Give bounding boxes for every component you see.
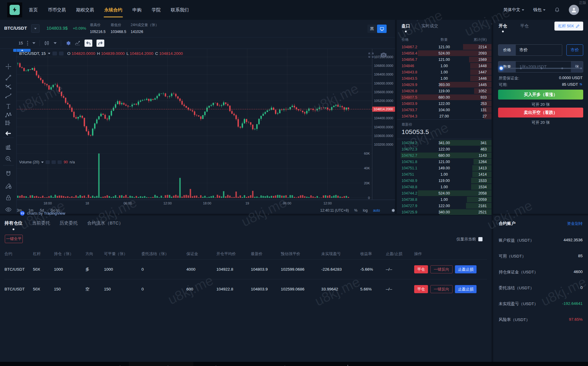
positions-tab-3[interactable]: 合约流水（BTC） xyxy=(87,220,123,226)
hide-panel-arrow-icon[interactable] xyxy=(5,130,12,137)
tab-trades[interactable]: 实时成交 xyxy=(421,23,438,29)
eye-icon[interactable] xyxy=(5,206,12,213)
chart-type-dropdown-icon[interactable] xyxy=(54,42,57,44)
tp-sl-button[interactable]: 止盈止损 xyxy=(455,265,477,273)
undo-button[interactable] xyxy=(85,40,92,47)
brush-icon[interactable] xyxy=(5,93,12,99)
clock-label[interactable]: 12:40:11 (UTC+8) xyxy=(320,208,349,213)
bid-row-10[interactable]: 104727.9122.002181 xyxy=(397,203,491,209)
interval-dropdown-icon[interactable] xyxy=(32,42,35,44)
fullscreen-icon[interactable] xyxy=(368,52,374,58)
trendline-icon[interactable] xyxy=(5,74,12,81)
brand-logo[interactable] xyxy=(7,2,22,17)
tab-orderbook[interactable]: 盘口 xyxy=(402,23,410,29)
theme-dark-button[interactable]: 黑 xyxy=(367,25,376,33)
bars-pattern-icon[interactable] xyxy=(5,144,12,150)
kebab-menu-icon[interactable] xyxy=(27,41,28,46)
log-scale-button[interactable]: log xyxy=(363,208,368,213)
percent-scale-button[interactable]: % xyxy=(354,208,358,213)
close-position-button[interactable]: 平仓 xyxy=(414,265,428,273)
reverse-position-button[interactable]: 一键反向 xyxy=(430,285,453,293)
tab-close-position[interactable]: 平仓 xyxy=(520,23,529,29)
sell-short-button[interactable]: 卖出开空（看跌） xyxy=(498,108,583,118)
auto-scale-button[interactable]: auto xyxy=(373,208,380,213)
price-input[interactable] xyxy=(516,48,562,52)
bid-row-2[interactable]: 104762.7680.001143 xyxy=(397,152,491,159)
tp-sl-button[interactable]: 止盈止损 xyxy=(455,285,477,293)
bid-row-5[interactable]: 1047511.001414 xyxy=(397,171,491,177)
forecast-icon[interactable] xyxy=(5,120,12,126)
crosshair-icon[interactable] xyxy=(5,63,12,70)
ask-row-9[interactable]: 104803.9122.00253 xyxy=(397,100,491,107)
redo-button[interactable] xyxy=(97,40,104,47)
nav-item-3[interactable]: 永续合约 xyxy=(104,0,122,20)
ask-row-0[interactable]: 104867.2121.002214 xyxy=(397,44,491,50)
volume-eye-icon[interactable] xyxy=(46,160,50,164)
transfer-arrows-icon[interactable] xyxy=(579,82,583,86)
ask-row-11[interactable]: 104784.327.0027 xyxy=(397,113,491,119)
tradingview-attribution[interactable]: charts by TradingView xyxy=(20,211,65,216)
bid-row-9[interactable]: 104738.81.002059 xyxy=(397,196,491,203)
user-avatar[interactable] xyxy=(569,5,579,15)
slider-thumb[interactable] xyxy=(499,66,504,71)
positions-tab-1[interactable]: 当前委托 xyxy=(32,220,50,226)
draw-lock-icon[interactable] xyxy=(5,183,12,189)
ask-row-4[interactable]: 104843.81.001447 xyxy=(397,69,491,75)
quantity-slider[interactable] xyxy=(499,66,582,70)
legend-eye-icon[interactable] xyxy=(52,52,57,55)
nav-item-1[interactable]: 币币交易 xyxy=(48,0,66,20)
reverse-position-button[interactable]: 一键反向 xyxy=(430,265,453,273)
bid-row-4[interactable]: 104751.1149.001413 xyxy=(397,165,491,171)
positions-tab-0[interactable]: 持有仓位 xyxy=(4,220,22,226)
nav-item-2[interactable]: 期权交易 xyxy=(76,0,94,20)
legend-settings-icon[interactable] xyxy=(59,52,64,55)
chevron-down-icon[interactable] xyxy=(48,53,50,54)
volume-legend-label[interactable]: Volume (20) xyxy=(19,160,39,164)
language-selector[interactable]: 简体中文 xyxy=(503,7,524,13)
bid-row-3[interactable]: 104761.8121.001264 xyxy=(397,159,491,165)
pitchfork-icon[interactable] xyxy=(5,84,12,90)
ask-row-6[interactable]: 104829.9393.001445 xyxy=(397,82,491,88)
close-position-button[interactable]: 平仓 xyxy=(414,285,428,293)
ask-row-5[interactable]: 104843.51.001446 xyxy=(397,75,491,82)
volume-settings-icon[interactable] xyxy=(52,160,56,164)
bid-row-8[interactable]: 104744.2524.002058 xyxy=(397,190,491,196)
buy-long-button[interactable]: 买入开多（看涨） xyxy=(498,90,583,100)
nav-item-0[interactable]: 首页 xyxy=(29,0,38,20)
chart-type-candles-icon[interactable] xyxy=(44,40,49,46)
ask-row-10[interactable]: 104793.7104.00131 xyxy=(397,107,491,113)
leverage-button[interactable]: 杠杆 50X xyxy=(554,22,583,31)
time-axis[interactable]: 18:001806:0012:0018:001906:0012:00 xyxy=(17,200,395,207)
notification-bell-icon[interactable] xyxy=(554,7,560,13)
volume-close-icon[interactable] xyxy=(58,160,62,164)
bid-row-7[interactable]: 104748.81.001534 xyxy=(397,184,491,190)
pair-selector[interactable] xyxy=(31,24,40,33)
indicators-gear-icon[interactable] xyxy=(65,40,71,46)
axis-settings-gear-icon[interactable] xyxy=(391,208,395,213)
wallet-menu[interactable]: 钱包 xyxy=(533,7,545,13)
nav-item-4[interactable]: 申购 xyxy=(132,0,141,20)
xabcd-pattern-icon[interactable] xyxy=(5,112,12,118)
theme-monitor-button[interactable] xyxy=(377,25,387,33)
text-icon[interactable] xyxy=(5,103,12,109)
ask-row-7[interactable]: 104826.8119.001052 xyxy=(397,88,491,94)
positions-tab-2[interactable]: 历史委托 xyxy=(60,220,78,226)
snapshot-camera-icon[interactable] xyxy=(381,52,387,58)
ask-row-3[interactable]: 1048461.001448 xyxy=(397,63,491,69)
nav-item-5[interactable]: 学院 xyxy=(152,0,161,20)
market-price-button[interactable]: 市价 xyxy=(566,44,583,56)
ask-row-2[interactable]: 104856.7121.001569 xyxy=(397,56,491,63)
zoom-in-icon[interactable] xyxy=(5,156,12,162)
compare-chart-icon[interactable] xyxy=(75,41,80,46)
tab-open-position[interactable]: 开仓 xyxy=(499,23,507,29)
bid-row-6[interactable]: 104748.9119.001533 xyxy=(397,177,491,184)
only-current-checkbox[interactable] xyxy=(478,237,483,241)
bid-row-0[interactable]: 104784.2341.00341 xyxy=(397,140,491,146)
bid-row-1[interactable]: 104772.3122.00463 xyxy=(397,146,491,152)
ask-row-8[interactable]: 104807.5680.00933 xyxy=(397,94,491,100)
magnet-icon[interactable] xyxy=(5,171,12,177)
close-all-button[interactable]: 一键全平 xyxy=(5,235,23,243)
legend-pair[interactable]: BTC/USDT, 15 xyxy=(19,51,46,56)
interval-button[interactable]: 15 xyxy=(19,41,23,45)
candlestick-chart[interactable]: 103200.0000103600.0000104000.0000104400.… xyxy=(17,49,395,200)
